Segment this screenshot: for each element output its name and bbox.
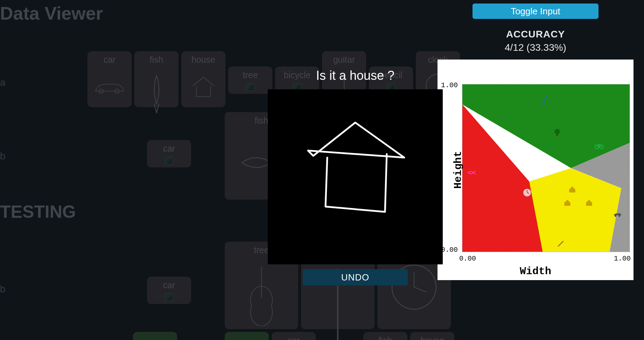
testing-row-2: car fish house	[133, 332, 454, 340]
side-label-a: a	[0, 77, 6, 88]
car-point-icon	[613, 210, 622, 219]
pencil-point-icon	[556, 238, 565, 248]
drawing-canvas[interactable]	[268, 89, 443, 264]
broken-image-icon	[147, 290, 191, 304]
chart-plot-area	[462, 84, 630, 252]
card-label: car	[288, 335, 300, 340]
chart-xtick-1: 1.00	[614, 255, 631, 263]
decision-boundary-chart: Width Height 0.00 1.00 0.00 1.00	[438, 60, 634, 280]
card-car: car	[147, 140, 191, 167]
accuracy-value: 4/12 (33.33%)	[505, 42, 566, 53]
chart-ylabel: Height	[452, 151, 464, 189]
house-point-icon	[584, 198, 594, 207]
testing-title: TESTING	[0, 202, 76, 222]
card-house: house	[410, 332, 454, 340]
card-car: car	[88, 51, 132, 107]
car-doodle-icon	[88, 65, 132, 107]
card-car: car	[147, 277, 191, 304]
chart-xtick-0: 0.00	[459, 255, 476, 263]
house-doodle-icon	[181, 65, 225, 107]
card-label: car	[163, 280, 175, 290]
fish-doodle-icon	[134, 65, 178, 124]
clock-point-icon	[523, 188, 532, 197]
prediction-prompt: Is it a house ?	[316, 68, 394, 83]
card-label: house	[420, 335, 444, 340]
card-label: tree	[243, 70, 258, 80]
tree-point-icon	[553, 128, 562, 137]
side-label-b: b	[0, 284, 6, 295]
svg-rect-3	[556, 134, 558, 137]
svg-point-7	[615, 215, 616, 217]
card-car: car	[272, 332, 316, 340]
svg-point-2	[555, 129, 560, 134]
card-label: car	[163, 144, 175, 154]
chart-xlabel: Width	[520, 265, 551, 277]
guitar-point-icon	[539, 95, 548, 104]
bicycle-point-icon	[595, 141, 604, 151]
drawing-modal: Is it a house ? UNDO	[266, 68, 444, 285]
card-label: fish	[150, 55, 163, 65]
side-label-b: b	[0, 151, 6, 162]
broken-image-icon	[147, 154, 191, 167]
card-label: guitar	[333, 55, 355, 65]
card-label: house	[191, 55, 215, 65]
undo-button[interactable]: UNDO	[303, 269, 408, 285]
card-green	[225, 332, 269, 340]
house-point-icon	[568, 185, 577, 194]
card-fish: fish	[363, 332, 407, 340]
accuracy-title: ACCURACY	[506, 29, 565, 40]
card-label: car	[104, 55, 116, 65]
card-green	[133, 332, 177, 340]
card-fish: fish	[134, 51, 178, 107]
svg-point-8	[618, 215, 620, 217]
page-title: Data Viewer	[0, 3, 103, 24]
right-panel: Toggle Input ACCURACY 4/12 (33.33%)	[438, 4, 634, 280]
fish-point-icon	[467, 168, 476, 177]
toggle-input-button[interactable]: Toggle Input	[472, 4, 598, 19]
card-house: house	[181, 51, 225, 107]
card-label: fish	[379, 335, 392, 340]
house-point-icon	[563, 198, 572, 207]
